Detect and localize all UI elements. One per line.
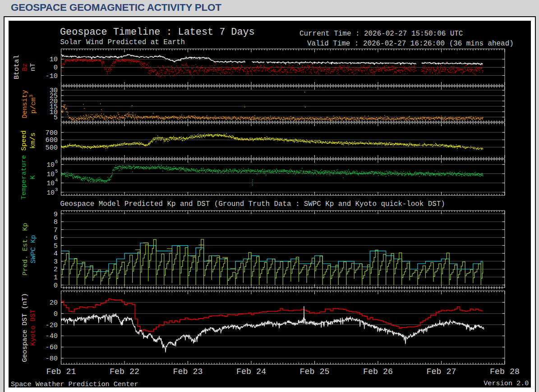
svg-text:3: 3 [54, 258, 58, 266]
svg-text:-20: -20 [45, 321, 58, 329]
svg-text:1: 1 [54, 273, 58, 282]
svg-text:6: 6 [55, 159, 58, 164]
svg-text:Geospace DST (nT): Geospace DST (nT) [21, 293, 29, 362]
svg-text:Feb 28: Feb 28 [490, 367, 520, 376]
svg-text:20: 20 [50, 299, 58, 307]
svg-text:Feb 27: Feb 27 [427, 367, 456, 376]
svg-text:Feb 23: Feb 23 [173, 367, 203, 376]
svg-text:Geospace Model Predicted Kp an: Geospace Model Predicted Kp and DST (Gro… [60, 200, 445, 208]
svg-text:-10: -10 [45, 72, 58, 80]
svg-text:-60: -60 [45, 343, 58, 351]
svg-text:700: 700 [45, 129, 58, 137]
svg-text:nT: nT [29, 63, 37, 71]
svg-text:Bz: Bz [21, 63, 29, 71]
svg-text:5: 5 [54, 114, 58, 122]
svg-text:5: 5 [54, 242, 58, 250]
svg-text:5: 5 [55, 169, 58, 174]
svg-text:Speed: Speed [20, 130, 28, 150]
svg-text:10: 10 [50, 55, 58, 64]
svg-text:10: 10 [47, 161, 55, 169]
svg-text:Space Weather Prediction Cente: Space Weather Prediction Center [11, 380, 138, 388]
svg-text:SWPC Kp: SWPC Kp [30, 235, 37, 263]
svg-text:-40: -40 [45, 332, 58, 340]
svg-text:Geospace Timeline : Latest 7 D: Geospace Timeline : Latest 7 Days [60, 27, 255, 38]
svg-text:10: 10 [47, 189, 55, 196]
svg-text:Feb 24: Feb 24 [236, 367, 266, 376]
svg-text:4: 4 [54, 250, 58, 258]
svg-text:10: 10 [47, 180, 55, 187]
svg-text:Pred. Est. Kp: Pred. Est. Kp [22, 223, 29, 275]
svg-text:9: 9 [54, 210, 58, 219]
svg-text:8: 8 [54, 218, 58, 226]
svg-text:Solar Wind Predicted at Earth: Solar Wind Predicted at Earth [60, 38, 185, 46]
svg-text:Version 2.0: Version 2.0 [484, 379, 529, 387]
svg-text:0: 0 [54, 64, 58, 72]
svg-text:Feb 21: Feb 21 [46, 367, 76, 376]
svg-text:p/cm3: p/cm3 [28, 95, 38, 114]
svg-text:600: 600 [45, 136, 58, 144]
svg-text:500: 500 [45, 144, 58, 152]
svg-text:Valid Time : 2026-02-27 16:26:: Valid Time : 2026-02-27 16:26:00 (36 min… [307, 40, 514, 48]
svg-text:Temperature: Temperature [20, 155, 28, 200]
svg-text:K: K [29, 175, 37, 179]
svg-text:0: 0 [54, 310, 58, 318]
svg-text:Density: Density [21, 90, 29, 118]
svg-text:km/s: km/s [29, 132, 37, 149]
svg-text:Kyoto DST: Kyoto DST [29, 309, 37, 346]
svg-text:Current Time : 2026-02-27 15:5: Current Time : 2026-02-27 15:50:06 UTC [299, 30, 463, 38]
svg-text:3: 3 [55, 187, 58, 192]
svg-text:4: 4 [55, 178, 58, 183]
svg-text:Feb 22: Feb 22 [110, 367, 139, 376]
svg-text:Btotal: Btotal [13, 55, 21, 79]
svg-text:-80: -80 [45, 355, 58, 363]
svg-text:0: 0 [54, 282, 58, 290]
svg-text:2: 2 [54, 265, 58, 273]
svg-text:Feb 25: Feb 25 [300, 367, 330, 376]
svg-text:7: 7 [54, 226, 58, 234]
svg-text:Feb 26: Feb 26 [363, 367, 393, 376]
svg-text:6: 6 [54, 234, 58, 242]
svg-text:10: 10 [47, 171, 55, 178]
